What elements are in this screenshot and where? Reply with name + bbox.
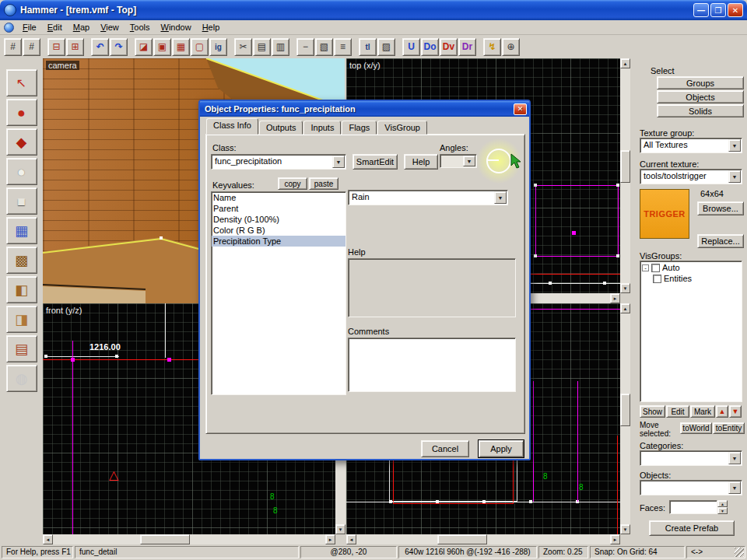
scroll-down-icon[interactable]: ▼: [335, 524, 345, 534]
scroll-track[interactable]: [356, 534, 610, 544]
paste-keyvalues-button[interactable]: paste: [309, 177, 338, 190]
apply-button[interactable]: Apply: [479, 440, 524, 457]
dialog-help-button[interactable]: Help: [404, 154, 438, 170]
tree-expander-icon[interactable]: -: [642, 264, 649, 271]
entity-tool-button[interactable]: ●: [6, 158, 37, 185]
toggle-grid-button[interactable]: #: [4, 38, 22, 56]
keyvalue-item-parent[interactable]: Parent: [212, 203, 345, 214]
copy-keyvalues-button[interactable]: copy: [278, 177, 307, 190]
dialog-titlebar[interactable]: Object Properties: func_precipitation ✕: [200, 101, 529, 117]
categories-combo[interactable]: ▼: [640, 450, 742, 466]
toggle-3d-grid-button[interactable]: #: [23, 38, 40, 56]
redo-button[interactable]: ↷: [110, 38, 128, 56]
scroll-thumb[interactable]: [437, 534, 487, 544]
scroll-track[interactable]: [620, 313, 630, 524]
keyvalue-item-color[interactable]: Color (R G B): [212, 225, 345, 236]
select-objects-button[interactable]: Objects: [657, 90, 744, 103]
visgroup-show-button[interactable]: Show: [640, 405, 665, 418]
undo-button[interactable]: ↶: [91, 38, 109, 56]
scroll-down-icon[interactable]: ▼: [620, 283, 630, 293]
entity-report-button[interactable]: Do: [421, 38, 439, 56]
toworld-button[interactable]: toWorld: [680, 422, 712, 434]
visgroups-list[interactable]: - Auto Entities: [640, 261, 742, 402]
scroll-track[interactable]: [53, 534, 325, 544]
maximize-button[interactable]: ❐: [710, 3, 726, 17]
tab-class-info[interactable]: Class Info: [206, 118, 258, 135]
copy-button[interactable]: ▤: [253, 38, 271, 56]
scroll-down-icon[interactable]: ▼: [620, 524, 630, 534]
menu-view[interactable]: View: [95, 21, 124, 33]
create-prefab-button[interactable]: Create Prefab: [649, 520, 735, 536]
visgroup-entities-checkbox[interactable]: [653, 275, 661, 283]
class-combo[interactable]: func_precipitation ▼: [211, 154, 346, 170]
vertex-manipulation-tool-button[interactable]: ◍: [6, 365, 37, 392]
dropdown-arrow-icon[interactable]: ▼: [494, 191, 507, 204]
keyvalue-item-precipitation-type[interactable]: Precipitation Type: [212, 236, 345, 247]
browse-button[interactable]: Browse...: [697, 201, 744, 215]
pointer-mode-button[interactable]: ⊕: [502, 38, 520, 56]
clipping-tool-button[interactable]: ▤: [6, 335, 37, 362]
move-up-button[interactable]: ▲: [716, 405, 728, 418]
minimize-button[interactable]: —: [693, 3, 709, 17]
entity-filter-button[interactable]: Dv: [440, 38, 458, 56]
tab-visgroup[interactable]: VisGroup: [377, 121, 427, 135]
keyvalues-list[interactable]: Name Parent Density (0-100%) Color (R G …: [211, 191, 346, 395]
displacement-mask-button[interactable]: U: [402, 38, 420, 56]
spinner-down-icon[interactable]: ▼: [717, 507, 728, 514]
selection-tool-button[interactable]: ↖: [6, 69, 37, 96]
block-tool-button[interactable]: ■: [6, 187, 37, 215]
scroll-left-icon[interactable]: ◄: [43, 534, 53, 544]
tab-inputs[interactable]: Inputs: [303, 121, 341, 135]
dropdown-arrow-icon[interactable]: ▼: [463, 156, 475, 166]
visgroup-row-auto[interactable]: - Auto: [640, 261, 742, 272]
texture-application-tool-button[interactable]: ▦: [6, 217, 37, 244]
magnify-tool-button[interactable]: ●: [6, 99, 37, 126]
dropdown-arrow-icon[interactable]: ▼: [332, 156, 345, 168]
toentity-button[interactable]: toEntity: [713, 422, 745, 434]
object-properties-dialog[interactable]: Object Properties: func_precipitation ✕ …: [198, 100, 531, 460]
texture-lock-button[interactable]: tl: [359, 38, 377, 56]
ungroup-button[interactable]: ▢: [191, 38, 209, 56]
carve-button[interactable]: ◪: [135, 38, 153, 56]
menu-file[interactable]: File: [17, 21, 42, 33]
menu-edit[interactable]: Edit: [42, 21, 68, 33]
smaller-grid-button[interactable]: ⊟: [47, 38, 65, 56]
ignore-groups-button[interactable]: ig: [209, 38, 227, 56]
camera-tool-button[interactable]: ◆: [6, 128, 37, 156]
cancel-button[interactable]: Cancel: [421, 440, 469, 457]
visgroup-edit-button[interactable]: Edit: [666, 405, 689, 418]
menu-tools[interactable]: Tools: [124, 21, 156, 33]
apply-current-texture-tool-button[interactable]: ▩: [6, 247, 37, 274]
group-button[interactable]: ▦: [172, 38, 190, 56]
front-viewport-hscrollbar[interactable]: ◄ ►: [43, 534, 335, 544]
dropdown-arrow-icon[interactable]: ▼: [728, 481, 741, 494]
dropdown-arrow-icon[interactable]: ▼: [728, 170, 741, 183]
comments-box[interactable]: [348, 338, 516, 392]
replace-button[interactable]: Replace...: [697, 234, 744, 248]
faces-spinner[interactable]: ▲ ▼: [717, 500, 728, 514]
side-viewport-vscrollbar[interactable]: ▲ ▼: [620, 303, 630, 534]
scroll-left-icon[interactable]: ◄: [346, 534, 356, 544]
scroll-thumb[interactable]: [620, 394, 630, 426]
select-groups-button[interactable]: Groups: [657, 76, 744, 89]
tab-outputs[interactable]: Outputs: [259, 121, 303, 135]
faces-field[interactable]: [669, 500, 717, 514]
scroll-up-icon[interactable]: ▲: [620, 58, 630, 68]
scroll-thumb[interactable]: [140, 534, 190, 544]
keyvalue-item-name[interactable]: Name: [212, 192, 345, 203]
keyvalue-value-combo[interactable]: Rain ▼: [348, 190, 508, 205]
menu-window[interactable]: Window: [155, 21, 196, 33]
overlay-filter-button[interactable]: Dr: [458, 38, 476, 56]
scroll-right-icon[interactable]: ►: [325, 534, 335, 544]
larger-grid-button[interactable]: ⊞: [66, 38, 84, 56]
spinner-up-icon[interactable]: ▲: [717, 500, 728, 507]
dialog-close-button[interactable]: ✕: [514, 103, 527, 115]
dropdown-arrow-icon[interactable]: ▼: [728, 139, 741, 152]
scroll-right-icon[interactable]: ►: [610, 293, 620, 303]
hide-selected-button[interactable]: −: [296, 38, 314, 56]
menu-help[interactable]: Help: [197, 21, 226, 33]
side-viewport-hscrollbar[interactable]: ◄ ►: [346, 534, 620, 544]
scroll-up-icon[interactable]: ▲: [620, 303, 630, 313]
scroll-track[interactable]: [620, 68, 630, 283]
smartedit-button[interactable]: SmartEdit: [352, 154, 398, 170]
